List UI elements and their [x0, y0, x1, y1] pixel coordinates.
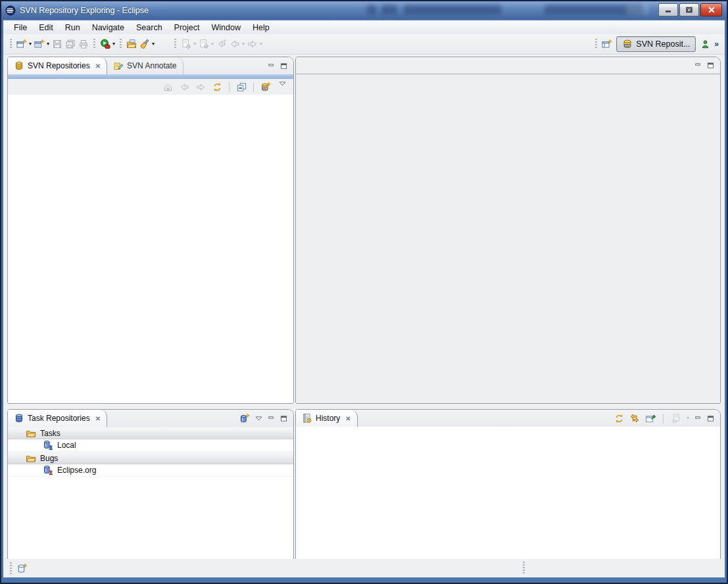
menu-window[interactable]: Window: [206, 22, 247, 34]
minimize-editor-icon[interactable]: [694, 62, 702, 69]
tab-svn-repositories[interactable]: SVN Repositories ✕: [8, 57, 107, 74]
eclipse-window: SVN Repository Exploring - Eclipse File: [0, 0, 728, 584]
collapse-all-button[interactable]: [235, 80, 248, 95]
minimize-view-icon[interactable]: [268, 62, 275, 70]
minimize-button[interactable]: [658, 3, 678, 16]
perspective-other-button[interactable]: [698, 37, 712, 52]
toolbar-grip[interactable]: [174, 39, 176, 49]
history-icon: [302, 413, 312, 424]
new-wizard-dropdown-icon[interactable]: ▾: [29, 41, 32, 47]
forward-button: ▾: [246, 37, 264, 52]
open-perspective-button[interactable]: [600, 37, 614, 52]
new-view-dropdown-icon[interactable]: ▾: [47, 41, 49, 47]
view-menu-icon[interactable]: [255, 416, 262, 421]
refresh-button[interactable]: [210, 80, 224, 95]
close-view-icon[interactable]: ✕: [345, 415, 351, 422]
folder-open-icon: [26, 428, 36, 439]
toolbar-grip[interactable]: [93, 39, 95, 49]
background-window-ghost: [626, 5, 648, 14]
tree-item-tasks[interactable]: Tasks: [8, 427, 293, 439]
minimize-view-icon[interactable]: [694, 415, 702, 422]
checkout-folder-button[interactable]: [125, 37, 138, 52]
run-external-tools-button[interactable]: ▾: [99, 37, 116, 52]
menu-project[interactable]: Project: [168, 22, 206, 34]
toolbar-separator: [663, 414, 664, 424]
next-annotation-dropdown-icon: ▾: [193, 41, 196, 47]
maximize-view-icon[interactable]: [280, 62, 287, 70]
menu-run[interactable]: Run: [59, 22, 86, 34]
new-wizard-button[interactable]: ▾: [15, 37, 33, 52]
statusbar-grip[interactable]: [10, 562, 12, 574]
refresh-icon[interactable]: [614, 414, 624, 424]
svn-repositories-tree[interactable]: [8, 95, 293, 403]
task-repo-local-icon: [43, 440, 53, 450]
focused-view-highlight: [8, 74, 293, 79]
window-controls: [658, 3, 722, 16]
history-list[interactable]: [296, 427, 720, 560]
view-window-controls: [262, 57, 293, 74]
close-view-icon[interactable]: ✕: [95, 62, 101, 70]
tree-item-label: Eclipse.org: [57, 466, 96, 475]
menu-navigate[interactable]: Navigate: [86, 22, 130, 34]
maximize-view-icon[interactable]: [280, 415, 287, 422]
perspective-svn-repository-button[interactable]: SVN SVN Reposit...: [616, 36, 696, 52]
next-annotation-button: ▾: [180, 37, 197, 52]
new-view-button[interactable]: ▾: [33, 37, 51, 52]
background-window-ghost: [381, 5, 397, 14]
minimize-view-icon[interactable]: [268, 415, 275, 422]
tab-label: Task Repositories: [28, 414, 90, 423]
run-dropdown-icon[interactable]: ▾: [112, 41, 115, 47]
view-menu-icon[interactable]: [276, 79, 289, 88]
annotate-dropdown-icon[interactable]: ▾: [152, 41, 155, 47]
titlebar[interactable]: SVN Repository Exploring - Eclipse: [1, 1, 727, 19]
menu-search[interactable]: Search: [130, 22, 168, 34]
menu-help[interactable]: Help: [247, 22, 276, 34]
tab-svn-annotate[interactable]: SVN Annotate: [107, 57, 183, 74]
eclipse-logo-icon: [5, 5, 16, 16]
history-view: History ✕: [295, 409, 721, 560]
group-by-dropdown-icon: ▾: [687, 416, 689, 421]
new-svn-repository-button[interactable]: SVN: [259, 80, 272, 95]
svg-text:SVN: SVN: [625, 44, 630, 47]
toolbar-grip[interactable]: [120, 39, 122, 49]
toolbar-grip[interactable]: [10, 39, 12, 49]
background-window-ghost: [404, 5, 501, 14]
menu-file[interactable]: File: [8, 22, 33, 34]
workbench-client: File Edit Run Navigate Search Project Wi…: [3, 20, 725, 577]
maximize-view-icon[interactable]: [707, 415, 714, 422]
statusbar-grip[interactable]: [523, 562, 525, 575]
new-task-repository-status-button[interactable]: [15, 561, 29, 576]
background-window-ghost: [367, 5, 376, 14]
link-with-editor-icon[interactable]: [629, 413, 640, 424]
close-view-icon[interactable]: ✕: [95, 415, 101, 422]
window-title: SVN Repository Exploring - Eclipse: [20, 6, 149, 15]
tab-task-repositories[interactable]: Task Repositories ✕: [8, 410, 107, 427]
task-repo-web-icon: [43, 465, 53, 475]
tree-item-bugs[interactable]: Bugs: [8, 452, 293, 464]
svg-text:SVN: SVN: [262, 87, 268, 90]
maximize-editor-icon[interactable]: [707, 62, 714, 69]
annotate-torch-button[interactable]: ▾: [138, 37, 156, 52]
previous-annotation-dropdown-icon: ▾: [211, 41, 214, 47]
status-bar: [3, 559, 725, 577]
save-all-button: [64, 37, 77, 52]
tree-item-eclipse-org[interactable]: Eclipse.org: [8, 464, 293, 477]
editor-tabrow: [296, 57, 720, 74]
svn-perspective-icon: SVN: [622, 39, 633, 49]
task-repositories-view: Task Repositories ✕: [7, 409, 294, 560]
perspective-overflow-button[interactable]: »: [712, 39, 721, 49]
restore-button[interactable]: [679, 3, 699, 16]
tab-label: SVN Repositories: [28, 61, 90, 70]
svn-repositories-view: SVN Repositories ✕ SVN Annotate: [7, 57, 294, 404]
home-button: [161, 80, 174, 95]
back-button: ▾: [228, 37, 246, 52]
close-button[interactable]: [700, 3, 722, 16]
pin-icon[interactable]: [645, 413, 656, 424]
editor-area: [295, 57, 721, 404]
add-task-repository-icon[interactable]: [239, 413, 250, 424]
tree-item-local[interactable]: Local: [8, 439, 293, 452]
tab-history[interactable]: History ✕: [296, 410, 358, 427]
menu-edit[interactable]: Edit: [33, 22, 59, 34]
tab-label: SVN Annotate: [127, 61, 176, 70]
perspective-bar-grip[interactable]: [595, 39, 597, 49]
